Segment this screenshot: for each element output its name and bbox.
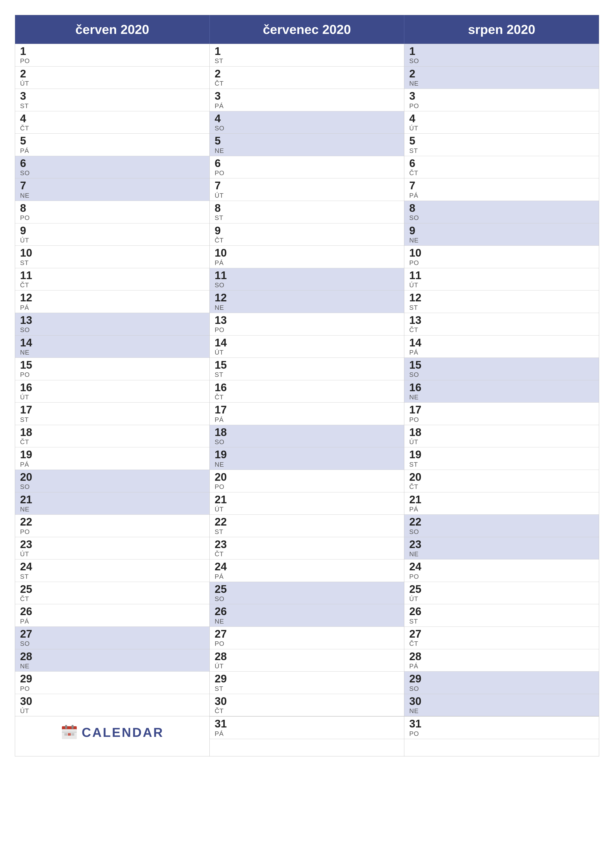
- day-number: 22: [215, 516, 399, 528]
- day-name: NE: [215, 618, 399, 625]
- july-day-row: 16ČT: [210, 380, 404, 403]
- day-number: 4: [20, 113, 205, 124]
- day-name: ÚT: [20, 237, 205, 244]
- day-number: 7: [20, 180, 205, 192]
- day-number: 15: [20, 359, 205, 371]
- day-name: ST: [20, 259, 205, 267]
- day-number: 6: [20, 157, 205, 169]
- day-number: 20: [20, 471, 205, 483]
- june-day-row: 1PO: [15, 44, 210, 66]
- day-name: ST: [409, 304, 594, 312]
- day-number: 23: [20, 538, 205, 550]
- day-number: 25: [215, 583, 399, 595]
- june-day-row: 12PÁ: [15, 290, 210, 313]
- day-name: ÚT: [215, 349, 399, 356]
- calendar-container: červen 2020 červenec 2020 srpen 2020 1PO…: [15, 15, 599, 756]
- day-name: PO: [20, 371, 205, 378]
- day-number: 24: [409, 561, 594, 573]
- day-number: 12: [409, 292, 594, 304]
- june-day-row: 16ÚT: [15, 380, 210, 403]
- july-day-row: 6PO: [210, 156, 404, 178]
- july-day-row: 11SO: [210, 268, 404, 290]
- july-footer: 31 PÁ: [210, 716, 404, 756]
- june-day-row: 19PÁ: [15, 447, 210, 470]
- june-day-row: 15PO: [15, 358, 210, 380]
- june-day-row: 30ÚT: [15, 694, 210, 716]
- june-day-row: 5PÁ: [15, 133, 210, 156]
- day-number: 7: [409, 180, 594, 192]
- june-day-row: 26PÁ: [15, 604, 210, 626]
- august-day-row: 28PÁ: [404, 649, 599, 671]
- day-name: NE: [215, 147, 399, 155]
- svg-rect-6: [64, 733, 67, 736]
- july-day-row: 18SO: [210, 425, 404, 447]
- day-name: ÚT: [409, 124, 594, 132]
- day-name: NE: [215, 304, 399, 312]
- day-number: 17: [215, 404, 399, 416]
- day-number: 28: [215, 651, 399, 662]
- day-number: 3: [409, 90, 594, 102]
- august-day-row: 1SO: [404, 44, 599, 66]
- july-day-row: 8ST: [210, 201, 404, 223]
- day-number: 18: [215, 426, 399, 438]
- day-number: 30: [215, 695, 399, 707]
- day-number: 31: [409, 718, 594, 730]
- day-name: ST: [215, 214, 399, 222]
- day-number: 27: [20, 628, 205, 640]
- july-day-row: 21ÚT: [210, 492, 404, 515]
- june-day-row: 23ÚT: [15, 537, 210, 560]
- day-number: 19: [409, 449, 594, 460]
- day-name: PO: [409, 102, 594, 110]
- july-day-row: 4SO: [210, 111, 404, 133]
- july-day-row: 20PO: [210, 470, 404, 492]
- august-day-row: 2NE: [404, 66, 599, 89]
- day-name: ÚT: [409, 438, 594, 446]
- july-day-extra-2: [210, 739, 404, 756]
- day-name: SO: [20, 169, 205, 177]
- svg-rect-7: [68, 733, 71, 736]
- day-number: 25: [20, 583, 205, 595]
- day-number: 23: [215, 538, 399, 550]
- august-day-row: 22SO: [404, 515, 599, 537]
- july-day-row: 3PÁ: [210, 88, 404, 111]
- day-name: ÚT: [215, 505, 399, 513]
- june-day-row: 29PO: [15, 671, 210, 694]
- day-number: 24: [215, 561, 399, 573]
- day-name: PÁ: [20, 147, 205, 155]
- august-day-row: 23NE: [404, 537, 599, 560]
- day-name: NE: [409, 237, 594, 244]
- day-number: 17: [20, 404, 205, 416]
- day-number: 30: [20, 695, 205, 707]
- day-name: SO: [409, 528, 594, 536]
- july-day-row: 9ČT: [210, 223, 404, 246]
- day-name: ÚT: [409, 281, 594, 289]
- august-day-31-extra: 31 PO: [404, 716, 599, 739]
- day-number: 2: [215, 68, 399, 80]
- footer: CALENDAR 31 PÁ 31 PO: [15, 716, 599, 756]
- day-number: 10: [215, 247, 399, 259]
- day-number: 4: [409, 113, 594, 124]
- august-title: srpen 2020: [468, 22, 535, 37]
- day-name: ČT: [20, 438, 205, 446]
- day-name: ÚT: [20, 394, 205, 401]
- day-number: 26: [409, 606, 594, 617]
- day-name: ČT: [215, 550, 399, 558]
- august-day-row: 11ÚT: [404, 268, 599, 290]
- day-number: 8: [20, 202, 205, 214]
- july-day-row: 23ČT: [210, 537, 404, 560]
- day-name: PO: [20, 57, 205, 65]
- day-number: 3: [215, 90, 399, 102]
- day-number: 18: [409, 426, 594, 438]
- day-name: ÚT: [215, 662, 399, 670]
- august-header: srpen 2020: [404, 15, 599, 44]
- july-day-row: 24PÁ: [210, 559, 404, 582]
- day-name: NE: [409, 550, 594, 558]
- day-name: ST: [409, 147, 594, 155]
- august-day-row: 10PO: [404, 245, 599, 268]
- day-name: ÚT: [409, 595, 594, 603]
- august-empty-bottom: [404, 739, 599, 756]
- day-number: 11: [215, 270, 399, 281]
- august-day-row: 6ČT: [404, 156, 599, 178]
- july-header: červenec 2020: [210, 15, 404, 44]
- august-day-row: 25ÚT: [404, 582, 599, 604]
